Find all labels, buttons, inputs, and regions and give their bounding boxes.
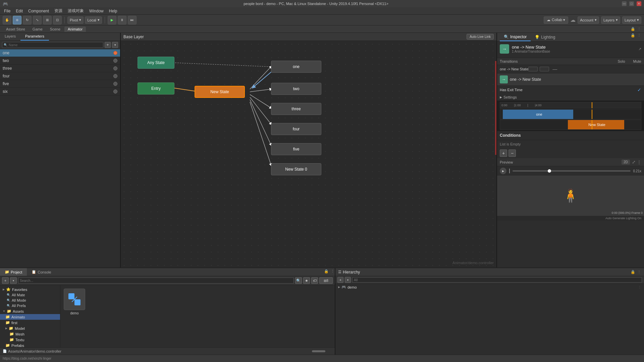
pause-btn[interactable]: ⏸	[118, 16, 126, 24]
transform-tool[interactable]: ⊡	[53, 16, 62, 24]
rect-tool[interactable]: ⊞	[43, 16, 52, 24]
add-condition-btn[interactable]: +	[500, 149, 507, 157]
preview-2d-btn[interactable]: 2D	[622, 160, 630, 165]
layout-dropdown[interactable]: Layout ▾	[622, 16, 641, 24]
param-five[interactable]: five	[0, 80, 120, 88]
node-entry[interactable]: Entry	[138, 82, 174, 95]
pivot-dropdown[interactable]: Pivot ▾	[67, 16, 84, 24]
param-two[interactable]: two	[0, 57, 120, 65]
menu-assets[interactable]: 资源	[52, 7, 65, 14]
hand-tool[interactable]: ✋	[3, 16, 11, 24]
parameters-tab[interactable]: Parameters	[20, 33, 49, 41]
tab-animator[interactable]: Animator	[64, 26, 86, 32]
add-hier-btn[interactable]: +	[337, 277, 343, 283]
tab-asset-store[interactable]: Asset Store	[3, 26, 29, 32]
settings-expand[interactable]: ▶ Settings	[497, 94, 644, 101]
project-lock-icon[interactable]: 🔒	[324, 269, 329, 274]
has-exit-check[interactable]: ✓	[637, 87, 641, 93]
timeline-track-one[interactable]: one	[500, 109, 641, 119]
star-filter-icon[interactable]: ★	[303, 277, 310, 284]
add-param-btn[interactable]: +	[105, 42, 111, 48]
lighting-tab[interactable]: 💡 Lighting	[531, 33, 559, 41]
menu-file[interactable]: File	[1, 8, 13, 14]
param-six[interactable]: six	[0, 88, 120, 96]
all-mode-item[interactable]: 🔍 All Mode	[0, 298, 60, 303]
demo-hier-item[interactable]: ▶ 🎮 demo ⋮	[335, 284, 644, 290]
add-hier-arrow[interactable]: ▾	[345, 277, 351, 283]
menu-window[interactable]: Window	[87, 8, 106, 14]
inspector-lock-icon[interactable]: 🔒	[631, 33, 635, 38]
hier-more-icon[interactable]: ⋮	[637, 270, 641, 275]
maximize-btn[interactable]: □	[629, 1, 634, 6]
tab-game[interactable]: Game	[29, 26, 46, 32]
node-new-state-0[interactable]: New State 0	[271, 163, 321, 175]
node-three[interactable]: three	[271, 103, 321, 115]
layers-dropdown[interactable]: Layers ▾	[601, 16, 620, 24]
menu-gameobjects[interactable]: 游戏对象	[65, 7, 87, 14]
play-btn[interactable]: ▶	[108, 16, 116, 24]
size-filter[interactable]: ⊞8	[319, 277, 333, 284]
node-four[interactable]: four	[271, 123, 321, 135]
preview-expand-icon[interactable]: ⤢	[632, 160, 636, 165]
inspector-more-icon[interactable]: ⋮	[637, 33, 641, 38]
layers-tab[interactable]: Layers	[0, 33, 20, 41]
assets-root[interactable]: ▼ 📁 Assets	[0, 308, 60, 314]
new-folder-arrow[interactable]: ▾	[10, 277, 17, 284]
local-dropdown[interactable]: Local ▾	[85, 16, 102, 24]
account-dropdown[interactable]: Account ▾	[578, 16, 599, 24]
hier-lock-icon[interactable]: 🔒	[631, 270, 635, 275]
hier-search[interactable]	[352, 277, 642, 283]
node-any-state[interactable]: Any State	[138, 57, 174, 69]
preview-play-btn[interactable]: ▶	[500, 168, 506, 174]
mesh-folder[interactable]: 📁 Mesh	[0, 331, 60, 337]
preview-more-icon[interactable]: ⋮	[637, 160, 641, 165]
model-folder[interactable]: ▶ 📁 Model	[0, 325, 60, 331]
new-folder-btn[interactable]: +	[2, 277, 9, 284]
node-one[interactable]: one	[271, 61, 321, 73]
params-search[interactable]: 🔍 Name	[2, 42, 103, 48]
all-prefa-item[interactable]: 🔍 All Prefa	[0, 303, 60, 308]
menu-component[interactable]: Component	[25, 8, 52, 14]
remove-condition-btn[interactable]: −	[508, 149, 516, 157]
remove-btn[interactable]: —	[552, 66, 557, 72]
mute-toggle[interactable]	[540, 67, 549, 71]
open-btn[interactable]: ↗	[638, 47, 641, 51]
lock-icon[interactable]: 🔒	[631, 27, 635, 32]
project-search[interactable]	[18, 278, 294, 284]
add-param-arrow[interactable]: ▾	[112, 42, 118, 48]
tab-scene[interactable]: Scene	[47, 26, 64, 32]
project-more-icon[interactable]: ⋮	[330, 269, 335, 274]
rotate-tool[interactable]: ↻	[23, 16, 32, 24]
solo-toggle[interactable]	[528, 67, 538, 71]
node-five[interactable]: five	[271, 143, 321, 155]
collab-btn[interactable]: ☁ Collab ▾	[544, 16, 568, 24]
transition-row[interactable]: one -> New State —	[497, 65, 644, 73]
animato-folder[interactable]: 📁 Animato	[0, 314, 60, 320]
h-scrollbar[interactable]	[64, 350, 332, 352]
step-btn[interactable]: ⏭	[128, 16, 137, 24]
auto-live-btn[interactable]: Auto Live Link	[467, 34, 494, 40]
param-one[interactable]: one	[0, 49, 120, 57]
graph-canvas[interactable]: Any State Entry New State one two	[121, 41, 496, 267]
param-four[interactable]: four	[0, 72, 120, 80]
close-btn[interactable]: ✕	[637, 1, 641, 6]
move-tool[interactable]: ⊕	[13, 16, 21, 24]
scale-tool[interactable]: ⤡	[33, 16, 42, 24]
more-icon[interactable]: ⋮	[637, 27, 641, 32]
node-new-state[interactable]: New State	[195, 86, 245, 98]
prefabs-folder[interactable]: 📁 Prefabs	[0, 343, 60, 347]
search-filter-icon[interactable]: 🔍	[295, 277, 302, 284]
param-three[interactable]: three	[0, 65, 120, 72]
favorites-item[interactable]: ▶ ⭐ Favorites	[0, 287, 60, 292]
first-folder[interactable]: 📁 first	[0, 320, 60, 325]
inspector-tab[interactable]: 🔍 Inspector	[500, 33, 531, 41]
timeline-track-new-state[interactable]: New State	[500, 120, 641, 130]
project-tab[interactable]: 📁 Project	[0, 268, 27, 276]
label-filter-icon[interactable]: 🏷	[311, 277, 318, 284]
all-mate-item[interactable]: 🔍 All Mate	[0, 292, 60, 298]
node-two[interactable]: two	[271, 83, 321, 95]
menu-edit[interactable]: Edit	[13, 8, 25, 14]
menu-help[interactable]: Help	[106, 8, 120, 14]
preview-scrubber[interactable]	[513, 170, 631, 172]
minimize-btn[interactable]: —	[622, 1, 627, 6]
